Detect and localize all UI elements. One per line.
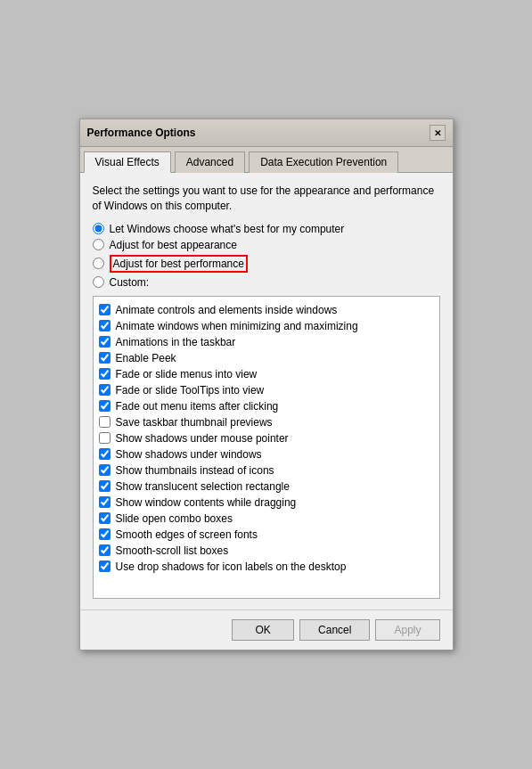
checkbox-item[interactable]: Fade or slide menus into view	[99, 366, 434, 382]
ok-button[interactable]: OK	[232, 619, 294, 641]
dialog-title: Performance Options	[87, 127, 196, 139]
radio-group: Let Windows choose what's best for my co…	[93, 223, 440, 289]
checkbox-label: Fade or slide menus into view	[116, 368, 258, 380]
checkbox-label: Animate controls and elements inside win…	[116, 304, 338, 316]
checkbox-label: Show thumbnails instead of icons	[116, 464, 274, 477]
checkbox-label: Smooth edges of screen fonts	[116, 528, 258, 541]
checkbox-item[interactable]: Animate windows when minimizing and maxi…	[99, 318, 434, 334]
checkbox-item[interactable]: Smooth-scroll list boxes	[99, 543, 434, 559]
checkbox-item[interactable]: Show translucent selection rectangle	[99, 479, 434, 495]
checkbox-item[interactable]: Fade or slide ToolTips into view	[99, 382, 434, 398]
close-button[interactable]: ✕	[430, 125, 446, 141]
tab-visual-effects[interactable]: Visual Effects	[84, 151, 171, 173]
checkbox-label: Use drop shadows for icon labels on the …	[116, 560, 347, 573]
radio-label-let-windows: Let Windows choose what's best for my co…	[110, 223, 345, 235]
checkbox-item[interactable]: Smooth edges of screen fonts	[99, 527, 434, 543]
radio-custom[interactable]: Custom:	[93, 276, 440, 289]
dialog-footer: OK Cancel Apply	[80, 609, 453, 650]
tab-data-execution-prevention[interactable]: Data Execution Prevention	[249, 151, 398, 173]
checkbox-label: Animations in the taskbar	[116, 336, 236, 348]
checkbox-item[interactable]: Show shadows under mouse pointer	[99, 430, 434, 446]
checkbox-item[interactable]: Save taskbar thumbnail previews	[99, 414, 434, 430]
checkbox-item[interactable]: Slide open combo boxes	[99, 511, 434, 527]
checkbox-item[interactable]: Animations in the taskbar	[99, 334, 434, 350]
checkbox-item[interactable]: Show shadows under windows	[99, 446, 434, 462]
checkbox-label: Enable Peek	[116, 352, 176, 364]
apply-button[interactable]: Apply	[375, 619, 439, 641]
checkbox-list: Animate controls and elements inside win…	[93, 296, 440, 599]
checkbox-label: Save taskbar thumbnail previews	[116, 416, 273, 429]
checkbox-label: Smooth-scroll list boxes	[116, 544, 229, 557]
checkbox-item[interactable]: Use drop shadows for icon labels on the …	[99, 559, 434, 575]
description-text: Select the settings you want to use for …	[93, 184, 440, 214]
tab-advanced[interactable]: Advanced	[175, 151, 245, 173]
radio-label-best-appearance: Adjust for best appearance	[110, 239, 237, 251]
radio-label-best-performance: Adjust for best performance	[110, 255, 248, 273]
radio-label-custom: Custom:	[110, 276, 150, 289]
radio-best-appearance[interactable]: Adjust for best appearance	[93, 239, 440, 251]
checkbox-label: Animate windows when minimizing and maxi…	[116, 320, 358, 332]
tab-bar: Visual Effects Advanced Data Execution P…	[80, 147, 453, 173]
checkbox-item[interactable]: Enable Peek	[99, 350, 434, 366]
performance-options-dialog: Performance Options ✕ Visual Effects Adv…	[79, 119, 454, 650]
checkbox-item[interactable]: Fade out menu items after clicking	[99, 398, 434, 414]
checkbox-label: Show translucent selection rectangle	[116, 480, 290, 493]
checkbox-label: Show window contents while dragging	[116, 496, 297, 509]
checkbox-label: Show shadows under windows	[116, 448, 262, 461]
cancel-button[interactable]: Cancel	[299, 619, 370, 641]
checkbox-label: Slide open combo boxes	[116, 512, 233, 525]
checkbox-label: Show shadows under mouse pointer	[116, 432, 289, 445]
checkbox-label: Fade out menu items after clicking	[116, 400, 279, 413]
title-bar: Performance Options ✕	[80, 119, 453, 147]
checkbox-item[interactable]: Show thumbnails instead of icons	[99, 462, 434, 479]
checkbox-label: Fade or slide ToolTips into view	[116, 384, 265, 397]
radio-let-windows-choose[interactable]: Let Windows choose what's best for my co…	[93, 223, 440, 235]
checkbox-item[interactable]: Show window contents while dragging	[99, 495, 434, 511]
dialog-content: Select the settings you want to use for …	[80, 173, 453, 609]
checkbox-item[interactable]: Animate controls and elements inside win…	[99, 302, 434, 318]
radio-best-performance[interactable]: Adjust for best performance	[93, 255, 440, 273]
